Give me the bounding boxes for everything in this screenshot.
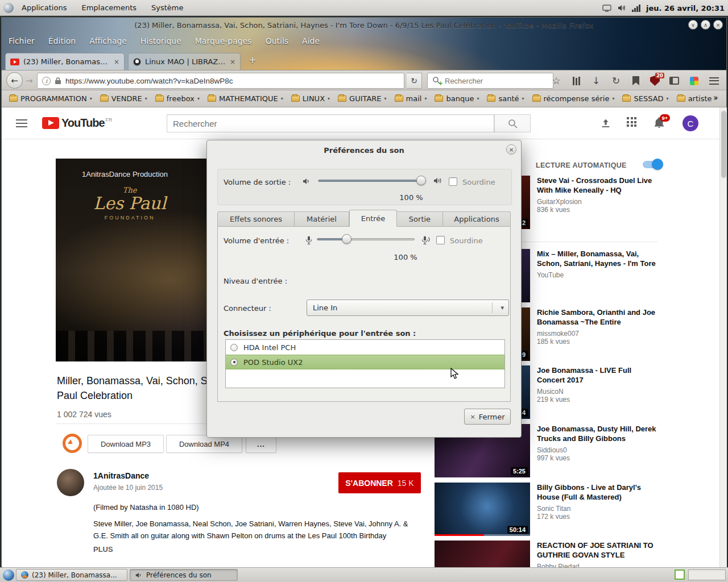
suggested-video[interactable]: REACTION OF JOE SATRIANI TO GUTHRIE GOVA… xyxy=(435,541,662,567)
network-signal-icon[interactable] xyxy=(632,4,640,12)
taskbar-launcher-icon[interactable] xyxy=(3,569,14,581)
bookmark-folder-mail[interactable]: mail▾ xyxy=(391,93,431,105)
taskbar-item-sound-preferences[interactable]: Préférences du son xyxy=(130,569,238,581)
device-row-pod-studio[interactable]: POD Studio UX2 xyxy=(226,355,504,369)
output-mute-checkbox[interactable] xyxy=(449,177,457,186)
menu-outils[interactable]: Outils xyxy=(266,36,288,45)
video-title[interactable]: Mix – Miller, Bonamassa, Vai, Schon, Sat… xyxy=(537,249,657,268)
search-input[interactable] xyxy=(445,77,548,85)
connector-dropdown[interactable]: Line In ▾ xyxy=(307,300,509,316)
tab-youtube[interactable]: (23) Miller, Bonamass... × xyxy=(5,53,125,70)
video-thumbnail[interactable] xyxy=(435,541,530,567)
savefrom-helper-icon[interactable] xyxy=(63,434,82,453)
tab-linux-mao[interactable]: Linux MAO | LIBRAZI... × xyxy=(128,53,241,70)
menu-edition[interactable]: Édition xyxy=(48,36,76,45)
bookmark-folder-vendre[interactable]: VENDRE▾ xyxy=(96,93,151,105)
workspace-switcher[interactable] xyxy=(688,569,726,580)
menu-fichier[interactable]: Fichier xyxy=(9,36,35,45)
tab-close-icon[interactable]: × xyxy=(114,58,119,66)
bookmark-folder-guitare[interactable]: GUITARE▾ xyxy=(334,93,391,105)
youtube-logo[interactable]: YouTube FR xyxy=(42,117,113,129)
autoplay-toggle[interactable] xyxy=(643,161,662,168)
menu-affichage[interactable]: Affichage xyxy=(89,36,127,45)
new-tab-button[interactable]: + xyxy=(245,55,260,68)
bookmark-folder-recompense[interactable]: récompense série▾ xyxy=(528,93,619,105)
back-button[interactable]: ← xyxy=(6,72,23,89)
slider-handle[interactable] xyxy=(416,176,426,185)
notifications-bell-icon[interactable]: 9+ xyxy=(653,117,665,131)
tab-entree[interactable]: Entrée xyxy=(349,210,397,227)
url-input[interactable] xyxy=(65,77,399,85)
reload-button[interactable]: ↻ xyxy=(407,73,422,89)
clock[interactable]: jeu. 26 avril, 20:31 xyxy=(646,4,725,13)
output-volume-slider[interactable] xyxy=(318,176,426,186)
applications-menu-icon[interactable] xyxy=(3,3,14,13)
extension-icon[interactable] xyxy=(688,75,700,86)
library-icon[interactable] xyxy=(570,75,582,86)
scrollbar[interactable] xyxy=(719,107,727,567)
menu-emplacements[interactable]: Emplacements xyxy=(79,2,139,13)
bookmark-folder-freebox[interactable]: freebox▾ xyxy=(151,93,204,105)
account-avatar[interactable]: C xyxy=(682,115,698,131)
search-engine-icon[interactable]: + xyxy=(432,76,441,85)
search-bar[interactable]: + xyxy=(427,73,553,89)
window-shade-button[interactable]: ∨ xyxy=(688,20,698,30)
sync-icon[interactable]: ↻ xyxy=(610,75,622,86)
bookmarks-menu-icon[interactable] xyxy=(630,75,642,86)
menu-applications[interactable]: Applications xyxy=(19,2,69,13)
device-row-hda-intel[interactable]: HDA Intel PCH xyxy=(226,340,504,355)
subscribe-button[interactable]: S'ABONNER 15 K xyxy=(338,472,421,493)
bookmark-star-icon[interactable]: ☆ xyxy=(551,75,562,86)
youtube-search-field[interactable] xyxy=(167,114,494,132)
fermer-button[interactable]: × Fermer xyxy=(464,409,511,425)
menu-systeme[interactable]: Système xyxy=(149,2,185,13)
video-title[interactable]: Joe Bonamassa, Dusty Hill, Derek Trucks … xyxy=(537,424,657,443)
volume-icon[interactable] xyxy=(617,3,626,13)
sidebar-toggle-icon[interactable] xyxy=(668,75,680,86)
window-maximize-button[interactable]: ∧ xyxy=(701,20,710,30)
radio-unselected-icon[interactable] xyxy=(230,344,238,351)
video-title[interactable]: REACTION OF JOE SATRIANI TO GUTHRIE GOVA… xyxy=(537,541,657,560)
video-title[interactable]: Joe Bonamassa - LIVE Full Concert 2017 xyxy=(537,365,657,385)
window-titlebar[interactable]: (23) Miller, Bonamassa, Vai, Schon, Satr… xyxy=(2,18,726,32)
show-desktop-button[interactable] xyxy=(675,569,685,580)
bookmark-folder-sessad[interactable]: SESSAD▾ xyxy=(618,93,672,105)
suggested-video[interactable]: 50:14 Billy Gibbons - Live at Daryl's Ho… xyxy=(435,483,662,536)
channel-avatar[interactable] xyxy=(57,469,84,496)
input-volume-slider[interactable] xyxy=(317,234,415,244)
input-mute-checkbox[interactable] xyxy=(436,236,445,244)
dialog-close-button[interactable]: × xyxy=(506,144,516,155)
notification-tray-icon[interactable] xyxy=(602,5,611,12)
bookmark-folder-banque[interactable]: banque▾ xyxy=(431,93,483,105)
upload-icon[interactable] xyxy=(599,117,612,130)
page-info-icon[interactable]: i xyxy=(42,77,51,85)
video-thumbnail[interactable]: 50:14 xyxy=(435,483,530,536)
video-title[interactable]: Billy Gibbons - Live at Daryl's House (F… xyxy=(537,483,657,502)
guide-menu-icon[interactable] xyxy=(16,119,27,127)
menu-historique[interactable]: Historique xyxy=(140,36,181,45)
forward-button[interactable]: → xyxy=(26,76,33,86)
show-more-button[interactable]: PLUS xyxy=(93,545,113,554)
input-device-list[interactable]: HDA Intel PCH POD Studio UX2 xyxy=(225,339,505,388)
bookmark-folder-programmation[interactable]: PROGRAMMATION▾ xyxy=(5,93,96,105)
downloads-icon[interactable]: ↓ xyxy=(590,75,602,86)
apps-grid-icon[interactable] xyxy=(627,117,639,130)
youtube-search-input[interactable] xyxy=(173,119,488,128)
video-title[interactable]: Steve Vai - Crossroads Duel Live With Mi… xyxy=(537,176,657,195)
menu-aide[interactable]: Aide xyxy=(302,36,320,45)
taskbar-item-firefox[interactable]: (23) Miller, Bonamassa... xyxy=(16,569,127,581)
tab-close-icon[interactable]: × xyxy=(230,58,235,66)
channel-name[interactable]: 1AnitrasDance xyxy=(93,471,149,480)
scrollbar-thumb[interactable] xyxy=(721,111,726,178)
video-title[interactable]: Richie Sambora, Orianthi and Joe Bonamas… xyxy=(537,307,657,327)
youtube-search-button[interactable] xyxy=(494,114,531,132)
radio-selected-icon[interactable] xyxy=(230,359,238,366)
bookmarks-overflow-icon[interactable]: » xyxy=(713,93,718,103)
slider-handle[interactable] xyxy=(342,234,351,244)
bookmark-folder-mathematique[interactable]: MATHEMATIQUE▾ xyxy=(204,93,287,105)
download-mp3-button[interactable]: Download MP3 xyxy=(88,435,164,453)
dialog-title[interactable]: Préférences du son xyxy=(207,146,521,155)
window-close-button[interactable]: × xyxy=(713,20,723,30)
hamburger-menu-icon[interactable] xyxy=(708,75,719,86)
tab-applications[interactable]: Applications xyxy=(443,211,511,227)
